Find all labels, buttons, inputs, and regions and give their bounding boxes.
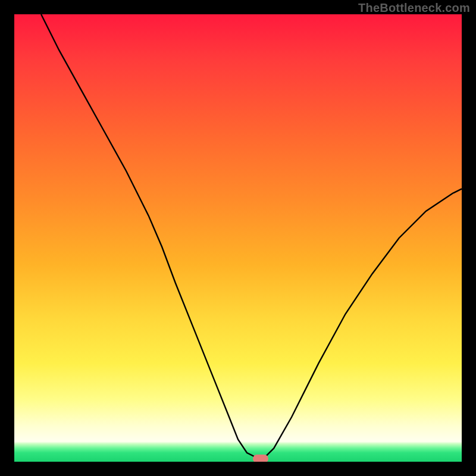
curve-svg (14, 14, 462, 462)
plot-area (14, 14, 462, 462)
optimal-marker (253, 455, 268, 462)
attribution-label: TheBottleneck.com (358, 1, 470, 15)
chart-container: TheBottleneck.com (0, 0, 476, 476)
bottleneck-curve (41, 14, 462, 458)
